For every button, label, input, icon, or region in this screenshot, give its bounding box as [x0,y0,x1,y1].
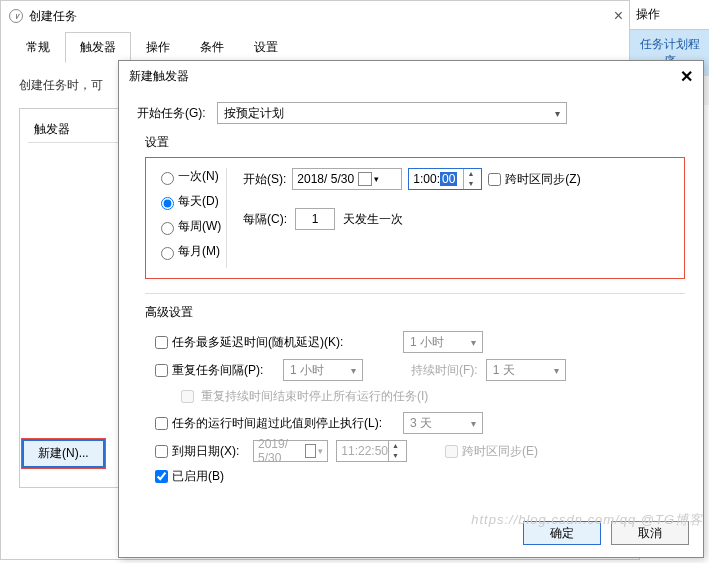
parent-title: 创建任务 [29,8,77,25]
stop-at-end-checkbox [181,390,194,403]
interval-label: 每隔(C): [243,211,287,228]
duration-label: 持续时间(F): [411,362,478,379]
actions-panel-header: 操作 [630,0,709,30]
new-button-highlight: 新建(N)... [21,438,106,469]
dialog-title: 新建触发器 [129,68,189,85]
chevron-down-icon: ▾ [374,174,379,184]
advanced-label: 高级设置 [145,304,685,321]
repeat-checkbox[interactable]: 重复任务间隔(P): [155,362,275,379]
new-trigger-dialog: 新建触发器 ✕ 开始任务(G): 按预定计划 ▾ 设置 一次(N) 每天(D) … [118,60,704,558]
watermark: https://blog.csdn.com/qq @TG博客 [471,511,703,529]
start-task-row: 开始任务(G): 按预定计划 ▾ [137,102,685,124]
start-task-value: 按预定计划 [224,105,284,122]
schedule-detail-panel: 开始(S): 2018/ 5/30 ▾ 1:00:00 ▲▼ 跨时区同步(Z) … [226,168,676,268]
tz-sync-checkbox[interactable]: 跨时区同步(Z) [488,171,580,188]
radio-monthly[interactable]: 每月(M) [156,243,226,260]
parent-close-icon[interactable]: × [606,7,631,25]
expire-row: 到期日期(X): 2019/ 5/30 ▾ 11:22:50 ▲▼ 跨时区同步(… [155,440,685,462]
expire-checkbox[interactable]: 到期日期(X): [155,443,245,460]
tab-general[interactable]: 常规 [11,32,65,63]
start-time-picker[interactable]: 1:00:00 ▲▼ [408,168,482,190]
chevron-down-icon: ▾ [554,365,559,376]
delay-checkbox[interactable]: 任务最多延迟时间(随机延迟)(K): [155,334,395,351]
delay-select[interactable]: 1 小时▾ [403,331,483,353]
calendar-icon [358,172,372,186]
settings-group-label: 设置 [145,134,685,151]
tab-actions[interactable]: 操作 [131,32,185,63]
frequency-radios: 一次(N) 每天(D) 每周(W) 每月(M) [146,168,226,268]
duration-select[interactable]: 1 天▾ [486,359,566,381]
tab-settings[interactable]: 设置 [239,32,293,63]
radio-daily[interactable]: 每天(D) [156,193,226,210]
chevron-down-icon: ▾ [318,446,323,456]
start-datetime-row: 开始(S): 2018/ 5/30 ▾ 1:00:00 ▲▼ 跨时区同步(Z) [243,168,676,190]
enabled-row: 已启用(B) [155,468,685,485]
schedule-settings-box: 一次(N) 每天(D) 每周(W) 每月(M) 开始(S): 2018/ 5/3… [145,157,685,279]
chevron-down-icon: ▾ [555,108,560,119]
repeat-interval-select[interactable]: 1 小时▾ [283,359,363,381]
new-trigger-button[interactable]: 新建(N)... [22,439,105,468]
expire-tz-checkbox: 跨时区同步(E) [445,443,685,460]
chevron-down-icon: ▾ [351,365,356,376]
stop-after-select[interactable]: 3 天▾ [403,412,483,434]
tab-triggers[interactable]: 触发器 [65,32,131,63]
start-task-combo[interactable]: 按预定计划 ▾ [217,102,567,124]
interval-suffix: 天发生一次 [343,211,403,228]
radio-weekly[interactable]: 每周(W) [156,218,226,235]
time-spinner[interactable]: ▲▼ [463,169,477,189]
tab-conditions[interactable]: 条件 [185,32,239,63]
start-label: 开始(S): [243,171,286,188]
tab-bar: 常规 触发器 操作 条件 设置 [11,31,629,63]
chevron-down-icon: ▾ [471,418,476,429]
radio-once[interactable]: 一次(N) [156,168,226,185]
repeat-row: 重复任务间隔(P): 1 小时▾ 持续时间(F): 1 天▾ [155,359,685,381]
calendar-icon [305,444,316,458]
enabled-checkbox[interactable]: 已启用(B) [155,468,395,485]
divider [145,293,685,294]
time-spinner[interactable]: ▲▼ [388,441,402,461]
interval-input[interactable] [295,208,335,230]
clock-icon [9,9,23,23]
chevron-down-icon: ▾ [471,337,476,348]
expire-time-picker[interactable]: 11:22:50 ▲▼ [336,440,407,462]
interval-row: 每隔(C): 天发生一次 [243,208,676,230]
delay-row: 任务最多延迟时间(随机延迟)(K): 1 小时▾ [155,331,685,353]
expire-date-picker[interactable]: 2019/ 5/30 ▾ [253,440,328,462]
dialog-body: 开始任务(G): 按预定计划 ▾ 设置 一次(N) 每天(D) 每周(W) 每月… [119,92,703,485]
dialog-close-icon[interactable]: ✕ [680,67,693,86]
start-date-picker[interactable]: 2018/ 5/30 ▾ [292,168,402,190]
stop-after-checkbox[interactable]: 任务的运行时间超过此值则停止执行(L): [155,415,395,432]
stop-at-end-row: 重复持续时间结束时停止所有运行的任务(I) [177,387,685,406]
dialog-titlebar: 新建触发器 ✕ [119,61,703,92]
start-task-label: 开始任务(G): [137,105,217,122]
stop-after-row: 任务的运行时间超过此值则停止执行(L): 3 天▾ [155,412,685,434]
parent-titlebar: 创建任务 × [1,1,639,31]
